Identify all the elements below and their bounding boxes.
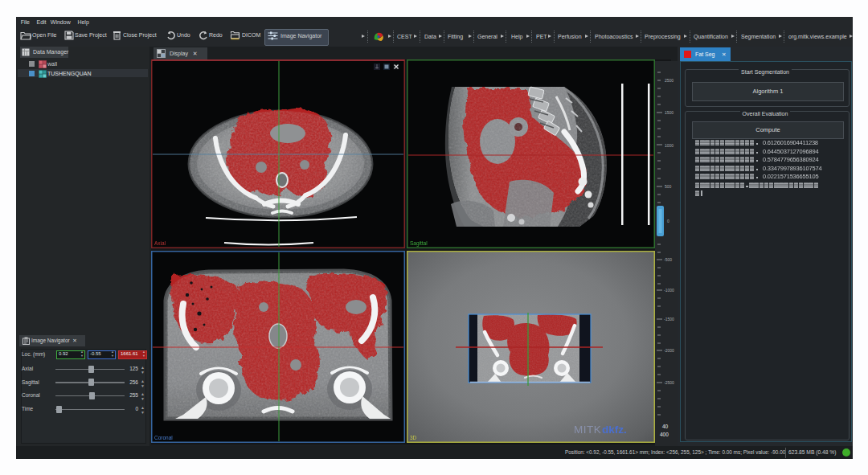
svg-text:Axial: Axial [154,240,166,246]
svg-text:dkfz.: dkfz. [602,424,627,436]
svg-text:500: 500 [665,184,672,189]
svg-text:-500: -500 [664,257,672,262]
svg-text:40: 40 [662,424,669,429]
svg-text:0: 0 [667,219,669,223]
svg-text:MITK: MITK [574,424,601,436]
svg-text:-1500: -1500 [664,317,674,321]
svg-text:Coronal: Coronal [154,435,173,440]
svg-text:1000: 1000 [665,143,674,148]
svg-text:2500: 2500 [665,78,674,83]
svg-text:-2000: -2000 [664,348,674,353]
svg-text:Sagittal: Sagittal [410,240,428,247]
svg-text:-1000: -1000 [664,288,674,293]
svg-text:-2500: -2500 [664,380,674,385]
svg-text:1500: 1500 [665,110,674,115]
svg-text:3D: 3D [410,435,417,440]
svg-text:400: 400 [660,432,669,437]
